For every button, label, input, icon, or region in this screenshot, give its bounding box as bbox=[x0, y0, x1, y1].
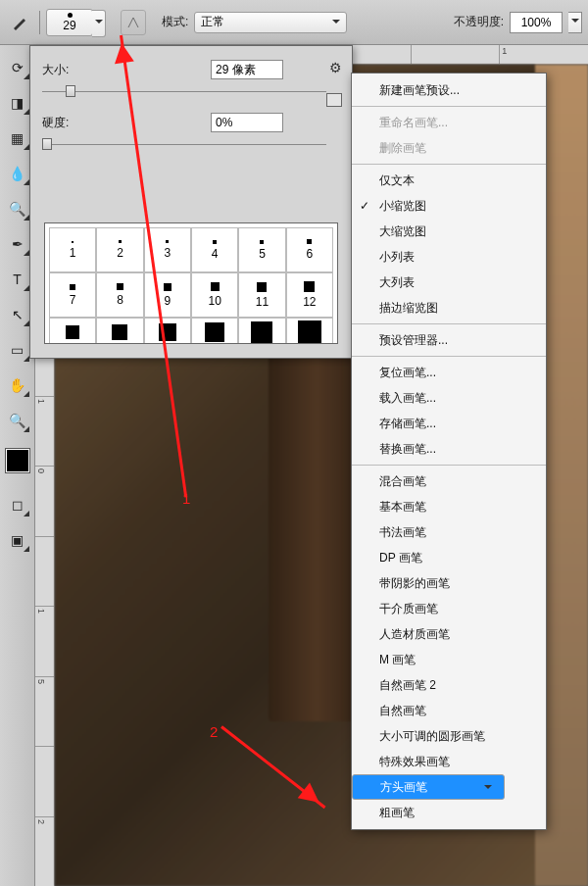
flyout-menu: 新建画笔预设...重命名画笔...删除画笔仅文本✓小缩览图大缩览图小列表大列表描… bbox=[351, 73, 547, 830]
brush-swatch[interactable]: 2 bbox=[96, 227, 143, 272]
brush-swatch[interactable]: 3 bbox=[144, 227, 191, 272]
menu-separator bbox=[352, 323, 546, 324]
brush-swatch[interactable]: 9 bbox=[144, 272, 191, 318]
menu-item[interactable]: 干介质画笔 bbox=[352, 596, 546, 621]
menu-item[interactable]: 自然画笔 bbox=[352, 698, 546, 723]
menu-item[interactable]: 带阴影的画笔 bbox=[352, 570, 546, 596]
brush-swatch[interactable]: 16 bbox=[96, 318, 143, 344]
hardness-slider[interactable] bbox=[42, 138, 326, 152]
shape-icon[interactable]: ▭ bbox=[5, 337, 30, 363]
mode-label: 模式: bbox=[162, 14, 188, 30]
opacity-input[interactable]: 100% bbox=[510, 12, 563, 33]
pen-icon[interactable]: ✒ bbox=[5, 231, 30, 257]
gear-icon[interactable]: ⚙ bbox=[329, 60, 342, 75]
brush-panel-toggle[interactable] bbox=[121, 10, 146, 35]
size-slider[interactable] bbox=[42, 85, 326, 99]
brush-tool-icon[interactable] bbox=[6, 11, 33, 34]
menu-item[interactable]: DP 画笔 bbox=[352, 545, 546, 570]
menu-separator bbox=[352, 106, 546, 107]
brush-preset-panel: 大小: 29 像素 硬度: 0% ⚙ 123456789101112141618… bbox=[29, 45, 353, 359]
menu-item[interactable]: 复位画笔... bbox=[352, 360, 546, 385]
type-icon[interactable]: T bbox=[5, 267, 30, 292]
menu-item[interactable]: 大小可调的圆形画笔 bbox=[352, 723, 546, 749]
menu-item[interactable]: 大列表 bbox=[352, 270, 546, 295]
menu-item[interactable]: 载入画笔... bbox=[352, 385, 546, 411]
opacity-label: 不透明度: bbox=[454, 14, 504, 30]
menu-item: 删除画笔 bbox=[352, 135, 546, 161]
size-input[interactable]: 29 像素 bbox=[211, 60, 283, 79]
menu-item[interactable]: 自然画笔 2 bbox=[352, 672, 546, 698]
brush-swatch[interactable]: 6 bbox=[286, 227, 333, 272]
screenmode-icon[interactable]: ▣ bbox=[5, 527, 30, 553]
brush-size-value: 29 bbox=[63, 19, 75, 32]
dodge-icon[interactable]: 🔍 bbox=[5, 196, 30, 222]
hardness-label: 硬度: bbox=[42, 115, 211, 131]
hardness-input[interactable]: 0% bbox=[211, 113, 283, 132]
history-brush-icon[interactable]: ⟳ bbox=[5, 55, 30, 80]
brush-grid: 123456789101112141618202224 bbox=[44, 222, 338, 344]
menu-item[interactable]: 特殊效果画笔 bbox=[352, 749, 546, 774]
brush-swatch[interactable]: 11 bbox=[238, 272, 285, 318]
menu-item[interactable]: 方头画笔 bbox=[352, 774, 505, 800]
brush-swatch[interactable]: 7 bbox=[49, 272, 96, 318]
toggle-icon[interactable] bbox=[326, 93, 342, 107]
brush-swatch[interactable]: 22 bbox=[238, 318, 285, 344]
menu-item[interactable]: M 画笔 bbox=[352, 647, 546, 672]
menu-separator bbox=[352, 356, 546, 357]
brush-swatch[interactable]: 14 bbox=[49, 318, 96, 344]
brush-swatch[interactable]: 12 bbox=[286, 272, 333, 318]
eraser-icon[interactable]: ◨ bbox=[5, 90, 30, 116]
gradient-icon[interactable]: ▦ bbox=[5, 125, 30, 151]
foreground-swatch[interactable] bbox=[6, 449, 29, 472]
brush-preset-picker[interactable]: 29 bbox=[46, 9, 93, 36]
hand-icon[interactable]: ✋ bbox=[5, 372, 30, 398]
path-select-icon[interactable]: ↖ bbox=[5, 302, 30, 327]
brush-swatch[interactable]: 18 bbox=[144, 318, 191, 344]
menu-item[interactable]: 粗画笔 bbox=[352, 800, 546, 825]
divider bbox=[39, 11, 40, 34]
menu-item[interactable]: 预设管理器... bbox=[352, 327, 546, 353]
brush-swatch[interactable]: 24 bbox=[286, 318, 333, 344]
menu-item[interactable]: 人造材质画笔 bbox=[352, 621, 546, 647]
brush-swatch[interactable]: 1 bbox=[49, 227, 96, 272]
brush-swatch[interactable]: 10 bbox=[191, 272, 238, 318]
annotation-1: 1 bbox=[182, 490, 190, 507]
blend-mode-select[interactable]: 正常 bbox=[194, 12, 347, 33]
options-bar: 29 模式: 正常 不透明度: 100% bbox=[0, 0, 588, 45]
menu-item[interactable]: 混合画笔 bbox=[352, 468, 546, 494]
menu-item[interactable]: 替换画笔... bbox=[352, 436, 546, 462]
menu-item[interactable]: ✓小缩览图 bbox=[352, 193, 546, 219]
brush-swatch[interactable]: 4 bbox=[191, 227, 238, 272]
menu-item[interactable]: 存储画笔... bbox=[352, 411, 546, 436]
brush-swatch[interactable]: 5 bbox=[238, 227, 285, 272]
brush-swatch[interactable]: 8 bbox=[96, 272, 143, 318]
size-label: 大小: bbox=[42, 62, 211, 78]
menu-item[interactable]: 描边缩览图 bbox=[352, 295, 546, 320]
menu-item[interactable]: 小列表 bbox=[352, 244, 546, 270]
menu-item[interactable]: 基本画笔 bbox=[352, 494, 546, 519]
blur-icon[interactable]: 💧 bbox=[5, 161, 30, 186]
opacity-dropdown[interactable] bbox=[568, 12, 582, 33]
quickmask-icon[interactable]: ◻ bbox=[5, 492, 30, 517]
brush-dropdown-icon[interactable] bbox=[92, 10, 106, 37]
menu-item[interactable]: 仅文本 bbox=[352, 168, 546, 193]
menu-item: 重命名画笔... bbox=[352, 110, 546, 135]
menu-separator bbox=[352, 164, 546, 165]
zoom-icon[interactable]: 🔍 bbox=[5, 408, 30, 433]
menu-separator bbox=[352, 465, 546, 466]
menu-item[interactable]: 书法画笔 bbox=[352, 519, 546, 545]
annotation-2: 2 bbox=[210, 723, 218, 740]
menu-item[interactable]: 大缩览图 bbox=[352, 219, 546, 244]
brush-swatch[interactable]: 20 bbox=[191, 318, 238, 344]
menu-item[interactable]: 新建画笔预设... bbox=[352, 77, 546, 103]
